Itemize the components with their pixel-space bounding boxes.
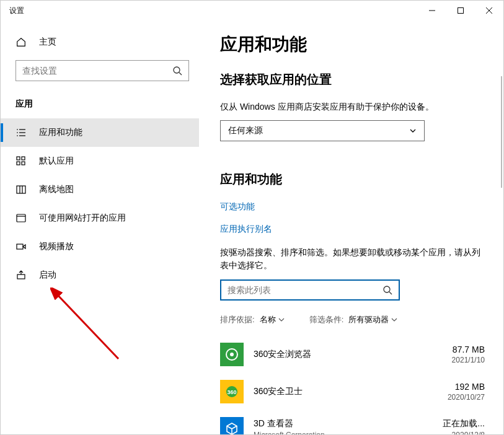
- app-name: 360安全卫士: [254, 386, 303, 397]
- svg-point-21: [384, 286, 390, 292]
- app-row[interactable]: 360 360安全卫士 192 MB 2020/10/27: [220, 374, 485, 411]
- nav-item-apps-for-websites[interactable]: 可使用网站打开的应用: [1, 204, 199, 232]
- list-icon: [15, 127, 27, 138]
- sort-label: 排序依据:: [220, 314, 255, 325]
- window-controls: [418, 1, 503, 20]
- video-icon: [15, 241, 27, 252]
- map-icon: [15, 184, 27, 195]
- apps-section-heading: 应用和功能: [220, 171, 485, 188]
- minimize-button[interactable]: [418, 1, 446, 20]
- home-button[interactable]: 主页: [1, 29, 199, 55]
- install-source-heading: 选择获取应用的位置: [220, 71, 485, 88]
- app-name: 3D 查看器: [254, 418, 325, 429]
- svg-rect-16: [17, 186, 25, 193]
- main-panel: 应用和功能 选择获取应用的位置 仅从 Windows 应用商店安装应用有助于保护…: [199, 20, 503, 434]
- app-size: 192 MB: [448, 382, 485, 392]
- startup-icon: [15, 270, 27, 281]
- app-icon: [220, 417, 244, 434]
- app-meta: 192 MB 2020/10/27: [448, 382, 485, 402]
- app-size: 正在加载...: [443, 418, 485, 429]
- maximize-button[interactable]: [446, 1, 475, 20]
- filter-control[interactable]: 筛选条件: 所有驱动器: [309, 314, 398, 325]
- svg-rect-12: [17, 157, 20, 160]
- sort-value: 名称: [260, 314, 276, 325]
- chevron-down-icon: [409, 127, 417, 134]
- svg-line-22: [389, 292, 392, 294]
- app-row[interactable]: 3D 查看器 Microsoft Corporation 正在加载... 202…: [220, 411, 485, 434]
- sidebar-section-label: 应用: [1, 94, 199, 115]
- page-title: 应用和功能: [220, 33, 485, 56]
- app-name: 360安全浏览器: [254, 349, 311, 360]
- chevron-down-icon: [391, 317, 397, 323]
- scrollbar[interactable]: [501, 76, 502, 188]
- apps-section-desc: 按驱动器搜索、排序和筛选。如果想要卸载或移动某个应用，请从列表中选择它。: [220, 246, 485, 272]
- window-title: 设置: [9, 6, 24, 16]
- defaults-icon: [15, 156, 27, 167]
- nav-item-video-playback[interactable]: 视频播放: [1, 232, 199, 261]
- app-info: 3D 查看器 Microsoft Corporation: [254, 418, 325, 434]
- svg-rect-20: [17, 275, 25, 279]
- app-list: 360安全浏览器 87.7 MB 2021/1/10 360 360安全卫士: [220, 336, 485, 434]
- svg-rect-13: [22, 157, 25, 160]
- app-size: 87.7 MB: [452, 345, 485, 354]
- sort-filter-row: 排序依据: 名称 筛选条件: 所有驱动器: [220, 314, 485, 325]
- app-info: 360安全浏览器: [254, 349, 311, 360]
- app-list-search-input[interactable]: [228, 285, 382, 295]
- app-list-search[interactable]: [220, 279, 400, 301]
- nav-list: 应用和功能 默认应用 离线地图 可使用网站打开的应用: [1, 115, 199, 289]
- close-button[interactable]: [475, 1, 503, 20]
- sort-control[interactable]: 排序依据: 名称: [220, 314, 285, 325]
- svg-rect-14: [17, 162, 20, 165]
- svg-point-4: [174, 67, 180, 73]
- app-icon: 360: [220, 380, 244, 403]
- settings-search-input[interactable]: [22, 66, 172, 76]
- svg-rect-19: [17, 244, 23, 249]
- app-aliases-link[interactable]: 应用执行别名: [220, 224, 485, 235]
- app-date: 2020/12/8: [443, 431, 485, 434]
- settings-search[interactable]: [15, 60, 189, 81]
- app-date: 2020/10/27: [448, 393, 485, 402]
- nav-item-label: 应用和功能: [39, 127, 82, 138]
- nav-item-label: 视频播放: [39, 241, 74, 252]
- nav-item-label: 默认应用: [39, 156, 74, 167]
- nav-item-label: 离线地图: [39, 184, 74, 195]
- app-info: 360安全卫士: [254, 386, 303, 397]
- install-source-value: 任何来源: [228, 125, 263, 136]
- app-row[interactable]: 360安全浏览器 87.7 MB 2021/1/10: [220, 336, 485, 374]
- svg-rect-17: [17, 214, 25, 222]
- sidebar: 主页 应用 应用和功能 默认应用: [1, 20, 199, 434]
- svg-text:360: 360: [227, 389, 236, 395]
- titlebar: 设置: [1, 1, 503, 20]
- app-meta: 正在加载... 2020/12/8: [443, 418, 485, 434]
- chevron-down-icon: [278, 317, 285, 323]
- app-date: 2021/1/10: [452, 356, 485, 364]
- filter-value: 所有驱动器: [348, 314, 389, 325]
- search-icon: [172, 66, 182, 76]
- content-area: 主页 应用 应用和功能 默认应用: [1, 20, 503, 434]
- optional-features-link[interactable]: 可选功能: [220, 201, 485, 213]
- nav-item-offline-maps[interactable]: 离线地图: [1, 175, 199, 204]
- install-source-hint: 仅从 Windows 应用商店安装应用有助于保护你的设备。: [220, 102, 485, 113]
- app-publisher: Microsoft Corporation: [254, 431, 325, 434]
- nav-item-default-apps[interactable]: 默认应用: [1, 147, 199, 175]
- app-icon: [220, 343, 244, 366]
- nav-item-label: 启动: [39, 270, 56, 281]
- svg-rect-1: [458, 8, 464, 14]
- home-icon: [15, 37, 27, 48]
- nav-item-apps-features[interactable]: 应用和功能: [1, 118, 199, 147]
- search-icon: [382, 285, 392, 295]
- nav-item-label: 可使用网站打开的应用: [39, 213, 126, 224]
- home-label: 主页: [39, 37, 56, 48]
- svg-rect-15: [22, 162, 25, 165]
- filter-label: 筛选条件:: [309, 314, 344, 325]
- link-icon: [15, 213, 27, 224]
- svg-point-24: [230, 353, 234, 356]
- app-meta: 87.7 MB 2021/1/10: [452, 345, 485, 364]
- install-source-dropdown[interactable]: 任何来源: [220, 120, 425, 141]
- svg-line-5: [179, 72, 182, 75]
- nav-item-startup[interactable]: 启动: [1, 261, 199, 289]
